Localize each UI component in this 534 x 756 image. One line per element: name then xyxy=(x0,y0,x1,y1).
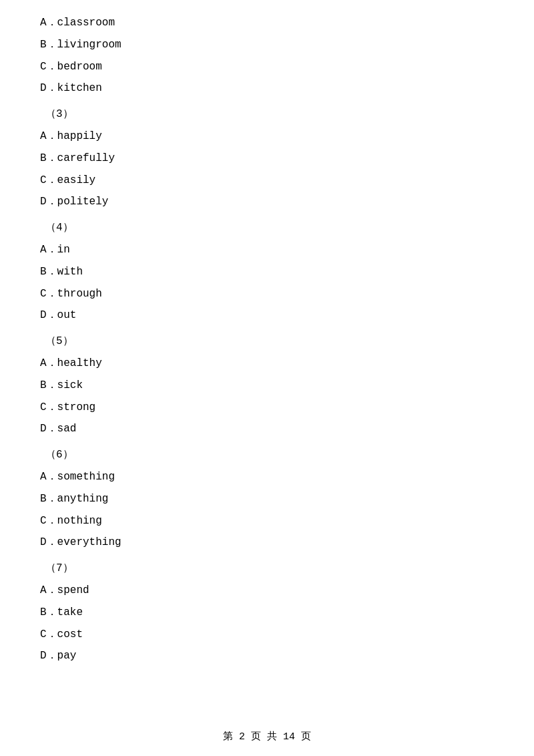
list-item: C．easily xyxy=(40,171,494,190)
section-number: （7） xyxy=(40,559,494,578)
section-4: （4） A．in B．with C．through D．out xyxy=(40,218,494,325)
list-item: B．carefully xyxy=(40,149,494,168)
list-item: D．politely xyxy=(40,192,494,212)
page-footer: 第 2 页 共 14 页 xyxy=(0,730,534,743)
section-number: （3） xyxy=(40,105,494,124)
list-item: C．bedroom xyxy=(40,57,494,77)
list-item: D．pay xyxy=(40,646,494,666)
section-number: （4） xyxy=(40,218,494,238)
list-item: A．healthy xyxy=(40,354,494,373)
list-item: B．with xyxy=(40,262,494,282)
list-item: A．something xyxy=(40,467,494,487)
section-6: （6） A．something B．anything C．nothing D．e… xyxy=(40,445,494,552)
list-item: B．anything xyxy=(40,490,494,509)
list-item: A．classroom xyxy=(40,13,494,33)
list-item: B．livingroom xyxy=(40,35,494,55)
list-item: D．sad xyxy=(40,419,494,439)
list-item: A．in xyxy=(40,240,494,260)
list-item: C．strong xyxy=(40,398,494,417)
list-item: A．happily xyxy=(40,127,494,146)
list-item: C．cost xyxy=(40,625,494,644)
section-0: A．classroom B．livingroom C．bedroom D．kit… xyxy=(40,13,494,98)
list-item: D．kitchen xyxy=(40,79,494,98)
list-item: B．sick xyxy=(40,376,494,395)
list-item: D．out xyxy=(40,306,494,325)
list-item: B．take xyxy=(40,603,494,622)
list-item: D．everything xyxy=(40,533,494,552)
list-item: C．through xyxy=(40,285,494,304)
section-5: （5） A．healthy B．sick C．strong D．sad xyxy=(40,332,494,439)
section-number: （6） xyxy=(40,445,494,465)
section-3: （3） A．happily B．carefully C．easily D．pol… xyxy=(40,105,494,212)
section-number: （5） xyxy=(40,332,494,351)
section-7: （7） A．spend B．take C．cost D．pay xyxy=(40,559,494,666)
list-item: A．spend xyxy=(40,581,494,600)
list-item: C．nothing xyxy=(40,512,494,531)
main-content: A．classroom B．livingroom C．bedroom D．kit… xyxy=(0,0,534,709)
